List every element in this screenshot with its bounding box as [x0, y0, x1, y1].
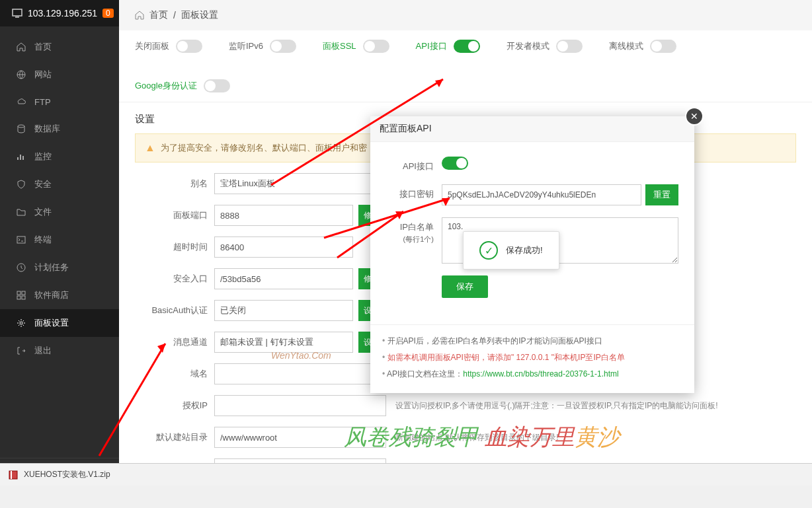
google-switch[interactable] — [204, 79, 230, 92]
svg-rect-0 — [13, 9, 22, 16]
toggle-close-panel: 关闭面板 — [135, 40, 202, 53]
note-2: 如需本机调用面板API密钥，请添加" 127.0.0.1 "和本机IP至IP白名… — [382, 349, 682, 366]
shield-icon — [16, 179, 26, 190]
download-filename[interactable]: XUEHOST安装包.V1.zip — [24, 469, 110, 480]
entry-input[interactable] — [214, 268, 353, 289]
sidebar-item-files[interactable]: 文件 — [0, 198, 119, 226]
api-switch[interactable] — [454, 40, 480, 53]
save-button[interactable]: 保存 — [442, 275, 488, 298]
modal-api-label: API接口 — [386, 157, 442, 172]
home-icon — [16, 42, 26, 52]
toggle-ssl: 面板SSL — [323, 40, 389, 53]
alert-text: 为了提高安全，请修改别名、默认端口、面板用户和密 — [161, 142, 367, 154]
svg-rect-8 — [17, 296, 20, 299]
toggle-dev: 开发者模式 — [507, 40, 583, 53]
port-label: 面板端口 — [135, 209, 214, 221]
webroot-desc: 新创建的站点,默认将保存到该目录的下级目录! — [395, 432, 559, 443]
sidebar-item-label: 数据库 — [34, 123, 60, 135]
note-1: 开启API后，必需在IP白名单列表中的IP才能访问面板API接口 — [382, 333, 682, 349]
entry-label: 安全入口 — [135, 273, 214, 285]
modal-title: 配置面板API — [370, 116, 694, 142]
watermark-url: WenYtao.Com — [271, 350, 331, 361]
sidebar-item-appstore[interactable]: 软件商店 — [0, 281, 119, 309]
toggle-api: API接口 — [416, 40, 480, 53]
close-icon[interactable]: ✕ — [685, 107, 704, 126]
archive-icon — [8, 470, 19, 480]
breadcrumb-current: 面板设置 — [181, 9, 218, 21]
api-doc-link[interactable]: https://www.bt.cn/bbs/thread-20376-1-1.h… — [463, 369, 618, 379]
sidebar-item-label: 网站 — [34, 69, 52, 81]
sidebar-item-label: 安全 — [34, 178, 52, 190]
webroot-label: 默认建站目录 — [135, 431, 214, 443]
sidebar-item-label: FTP — [34, 97, 51, 107]
toast-success: ✓ 保存成功! — [463, 231, 559, 270]
authip-desc: 设置访问授权IP,多个请使用逗号(,)隔开;注意：一旦设置授权IP,只有指定IP… — [395, 400, 718, 412]
warning-icon: ▲ — [145, 142, 155, 154]
grid-icon — [16, 290, 26, 301]
sidebar-item-label: 计划任务 — [34, 262, 69, 273]
sidebar-item-label: 终端 — [34, 234, 52, 246]
domain-input[interactable] — [214, 363, 386, 384]
sidebar-item-monitor[interactable]: 监控 — [0, 143, 119, 170]
sidebar-item-ftp[interactable]: FTP — [0, 89, 119, 115]
sidebar-item-website[interactable]: 网站 — [0, 61, 119, 89]
toast-text: 保存成功! — [506, 244, 543, 256]
sidebar-item-security[interactable]: 安全 — [0, 170, 119, 198]
toggle-google: Google身份认证 — [135, 79, 230, 92]
authip-input[interactable] — [214, 395, 386, 416]
clock-icon — [16, 262, 26, 273]
sidebar-item-settings[interactable]: 面板设置 — [0, 309, 119, 337]
ipv6-switch[interactable] — [270, 40, 296, 53]
sidebar-item-logout[interactable]: 退出 — [0, 337, 119, 365]
sidebar-item-label: 退出 — [34, 345, 52, 357]
globe-icon — [16, 69, 26, 80]
timeout-label: 超时时间 — [135, 241, 214, 253]
note-3: API接口文档在这里：https://www.bt.cn/bbs/thread-… — [382, 366, 682, 382]
alias-label: 别名 — [135, 178, 214, 190]
port-input[interactable] — [214, 205, 353, 226]
monitor-icon — [12, 8, 22, 18]
basicauth-input[interactable] — [214, 300, 353, 321]
sidebar-item-label: 面板设置 — [34, 317, 69, 329]
download-bar: XUEHOST安装包.V1.zip — [0, 463, 812, 486]
svg-rect-25 — [11, 471, 12, 479]
alias-input[interactable] — [214, 173, 386, 194]
timeout-input[interactable] — [214, 236, 353, 258]
sidebar-item-label: 监控 — [34, 151, 52, 163]
sidebar-item-cron[interactable]: 计划任务 — [0, 254, 119, 281]
toggle-ipv6: 监听IPv6 — [229, 40, 296, 53]
authip-label: 授权IP — [135, 400, 214, 412]
database-icon — [16, 124, 26, 134]
sidebar-item-home[interactable]: 首页 — [0, 33, 119, 61]
ssl-switch[interactable] — [363, 40, 389, 53]
breadcrumb-sep: / — [173, 10, 176, 20]
modal-api-switch[interactable] — [442, 157, 468, 170]
sidebar-item-label: 软件商店 — [34, 289, 69, 301]
svg-rect-4 — [17, 236, 25, 243]
breadcrumb-home[interactable]: 首页 — [149, 9, 168, 21]
offline-switch[interactable] — [650, 40, 676, 53]
reset-key-button[interactable]: 重置 — [645, 184, 678, 205]
server-ip: 103.129.196.251 — [28, 8, 97, 18]
logout-icon — [16, 345, 26, 356]
webroot-input[interactable] — [214, 427, 386, 448]
svg-point-10 — [20, 322, 22, 324]
api-key-input[interactable] — [442, 184, 641, 205]
sidebar-item-terminal[interactable]: 终端 — [0, 226, 119, 254]
breadcrumb: 首页 / 面板设置 — [119, 0, 812, 30]
close-panel-switch[interactable] — [176, 40, 202, 53]
sidebar-nav: 首页 网站 FTP 数据库 监控 安全 文件 终端 计划任务 软件商店 面板设置… — [0, 26, 119, 458]
gear-icon — [16, 318, 26, 328]
dev-switch[interactable] — [556, 40, 583, 53]
sidebar-header: 103.129.196.251 0 — [0, 0, 119, 26]
toggle-offline: 离线模式 — [609, 40, 676, 53]
terminal-icon — [16, 235, 26, 245]
svg-rect-9 — [22, 296, 25, 299]
sidebar-item-database[interactable]: 数据库 — [0, 115, 119, 143]
folder-icon — [16, 207, 26, 217]
notification-badge[interactable]: 0 — [102, 9, 114, 18]
modal-key-label: 接口密钥 — [386, 184, 442, 200]
modal-notes: 开启API后，必需在IP白名单列表中的IP才能访问面板API接口 如需本机调用面… — [370, 324, 694, 393]
svg-rect-24 — [9, 471, 17, 479]
svg-rect-6 — [17, 291, 20, 295]
